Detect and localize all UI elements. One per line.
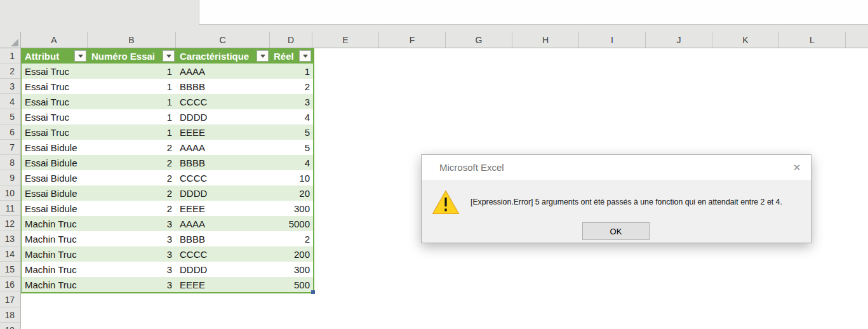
cell-numero-essai[interactable]: 3 [88,246,177,262]
cell-reel[interactable]: 5 [270,124,313,140]
row-header[interactable]: 9 [0,170,20,185]
cell-attribut[interactable]: Essai Truc [22,79,88,94]
row-header[interactable]: 1 [0,48,20,64]
row-header[interactable]: 15 [0,262,20,277]
cell-numero-essai[interactable]: 1 [88,109,177,124]
row-header[interactable]: 13 [0,231,20,246]
row-header[interactable]: 8 [0,155,20,170]
filter-dropdown-button[interactable] [299,50,311,62]
row-header[interactable]: 5 [0,109,20,124]
column-header[interactable]: E [312,32,379,48]
table-header-cell[interactable]: Caractéristique [177,48,270,64]
cell-caracteristique[interactable]: EEEE [177,201,270,216]
cell-attribut[interactable]: Machin Truc [22,216,88,231]
column-header[interactable]: I [579,32,646,48]
select-all-corner[interactable] [0,32,21,48]
row-header[interactable]: 17 [0,292,20,307]
cell-attribut[interactable]: Essai Truc [22,109,88,124]
cell-reel[interactable]: 300 [270,201,313,216]
cell-numero-essai[interactable]: 3 [88,231,177,246]
table-header-cell[interactable]: Réel [270,48,313,64]
row-header[interactable]: 16 [0,277,20,292]
cell-reel[interactable]: 300 [270,262,313,277]
cell-numero-essai[interactable]: 2 [88,201,177,216]
cell-reel[interactable]: 1 [270,64,313,79]
cell-caracteristique[interactable]: AAAA [177,64,270,79]
column-header[interactable]: F [379,32,446,48]
cell-reel[interactable]: 4 [270,155,313,170]
cell-numero-essai[interactable]: 2 [88,155,177,170]
cell-attribut[interactable]: Essai Truc [22,64,88,79]
cell-reel[interactable]: 5 [270,140,313,155]
cell-numero-essai[interactable]: 1 [88,94,177,109]
row-header[interactable]: 12 [0,216,20,231]
cell-attribut[interactable]: Machin Truc [22,262,88,277]
filter-dropdown-button[interactable] [163,50,175,62]
cell-reel[interactable]: 500 [270,277,313,292]
row-header[interactable]: 2 [0,64,20,79]
row-header[interactable]: 6 [0,124,20,140]
cell-attribut[interactable]: Essai Bidule [22,185,88,201]
cell-attribut[interactable]: Machin Truc [22,231,88,246]
cell-reel[interactable]: 3 [270,94,313,109]
column-header[interactable]: H [512,32,579,48]
row-header[interactable]: 10 [0,185,20,201]
table-header-cell[interactable]: Attribut [22,48,88,64]
cell-reel[interactable]: 200 [270,246,313,262]
cell-caracteristique[interactable]: DDDD [177,109,270,124]
table-resize-handle[interactable] [311,290,315,294]
cell-caracteristique[interactable]: BBBB [177,155,270,170]
cell-attribut[interactable]: Essai Bidule [22,201,88,216]
cell-numero-essai[interactable]: 1 [88,124,177,140]
cell-caracteristique[interactable]: BBBB [177,231,270,246]
cell-numero-essai[interactable]: 2 [88,170,177,185]
cell-caracteristique[interactable]: EEEE [177,124,270,140]
row-header[interactable]: 19 [0,323,20,329]
cell-attribut[interactable]: Essai Bidule [22,170,88,185]
cell-caracteristique[interactable]: AAAA [177,140,270,155]
cell-numero-essai[interactable]: 3 [88,262,177,277]
column-header[interactable]: L [779,32,846,48]
row-header[interactable]: 11 [0,201,20,216]
cell-attribut[interactable]: Essai Bidule [22,140,88,155]
column-header[interactable]: B [88,32,176,48]
row-header[interactable]: 7 [0,140,20,155]
cell-caracteristique[interactable]: CCCC [177,246,270,262]
column-header[interactable]: A [21,32,88,48]
cell-attribut[interactable]: Essai Truc [22,124,88,140]
cell-numero-essai[interactable]: 2 [88,140,177,155]
cell-reel[interactable]: 2 [270,79,313,94]
cell-caracteristique[interactable]: CCCC [177,94,270,109]
row-header[interactable]: 18 [0,307,20,323]
column-header[interactable]: J [646,32,712,48]
cell-numero-essai[interactable]: 3 [88,216,177,231]
column-header[interactable]: G [446,32,512,48]
cell-numero-essai[interactable]: 3 [88,277,177,292]
formula-bar[interactable] [199,0,868,25]
cell-attribut[interactable]: Machin Truc [22,277,88,292]
row-header[interactable]: 14 [0,246,20,262]
cell-numero-essai[interactable]: 1 [88,64,177,79]
close-icon[interactable]: ✕ [791,162,803,173]
row-header[interactable]: 4 [0,94,20,109]
cell-caracteristique[interactable]: DDDD [177,262,270,277]
cell-attribut[interactable]: Essai Bidule [22,155,88,170]
cell-numero-essai[interactable]: 2 [88,185,177,201]
column-header[interactable]: D [270,32,312,48]
cell-caracteristique[interactable]: BBBB [177,79,270,94]
cell-caracteristique[interactable]: CCCC [177,170,270,185]
cell-reel[interactable]: 20 [270,185,313,201]
table-header-cell[interactable]: Numéro Essai [88,48,177,64]
row-header[interactable]: 3 [0,79,20,94]
cell-reel[interactable]: 4 [270,109,313,124]
filter-dropdown-button[interactable] [257,50,269,62]
cell-caracteristique[interactable]: EEEE [177,277,270,292]
cell-reel[interactable]: 2 [270,231,313,246]
cell-attribut[interactable]: Machin Truc [22,246,88,262]
cell-caracteristique[interactable]: AAAA [177,216,270,231]
column-header[interactable]: C [176,32,270,48]
cell-numero-essai[interactable]: 1 [88,79,177,94]
cell-reel[interactable]: 5000 [270,216,313,231]
cell-attribut[interactable]: Essai Truc [22,94,88,109]
filter-dropdown-button[interactable] [74,50,86,62]
